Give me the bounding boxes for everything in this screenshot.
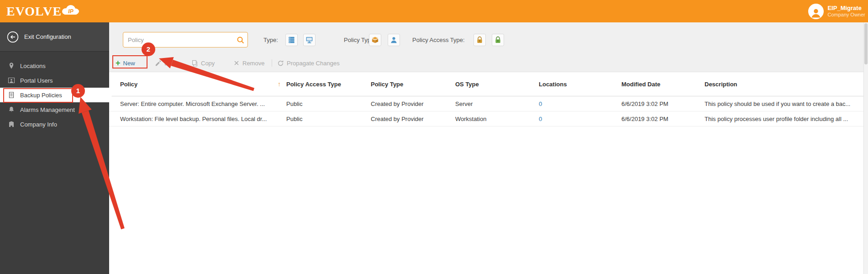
user-policy-filter-button[interactable] — [388, 34, 400, 46]
x-icon — [233, 60, 240, 66]
user-text: EIP_Migrate Company Owner — [827, 5, 865, 18]
sidebar-item-alarms-management[interactable]: Alarms Management — [0, 102, 109, 117]
column-header-policy-access-type[interactable]: Policy Access Type — [286, 81, 371, 88]
user-icon — [810, 6, 822, 19]
public-lock-icon — [494, 36, 502, 44]
remove-button[interactable]: Remove — [233, 58, 264, 68]
edit-button[interactable]: Edit — [155, 58, 174, 68]
selected-item-notch — [109, 91, 113, 99]
server-type-filter-button[interactable] — [285, 34, 298, 46]
sidebar-item-locations[interactable]: Locations — [0, 58, 109, 73]
exit-configuration-button[interactable]: Exit Configuration — [0, 22, 109, 52]
copy-button[interactable]: Copy — [191, 58, 215, 68]
logo-cloud-icon: IP — [60, 4, 81, 16]
edit-button-label: Edit — [164, 60, 174, 67]
refresh-icon — [277, 60, 284, 67]
os-type-cell: Server — [455, 100, 539, 107]
new-button-label: New — [123, 60, 135, 67]
policies-table: Policy ↑ Policy Access Type Policy Type … — [109, 72, 868, 126]
policy-access-type-cell: Public — [286, 100, 371, 107]
location-pin-icon — [8, 62, 15, 69]
column-header-policy-type[interactable]: Policy Type — [371, 81, 455, 88]
copy-icon — [191, 60, 198, 67]
toolbar-separator — [272, 59, 272, 67]
vertical-scrollbar[interactable] — [863, 22, 868, 274]
search-icon[interactable] — [233, 32, 247, 47]
app-root: EVOLVE IP EIP_Migrate Company — [0, 0, 868, 274]
backup-policies-icon — [8, 91, 15, 99]
private-access-filter-button[interactable] — [473, 34, 486, 46]
svg-text:IP: IP — [68, 8, 74, 15]
top-bar: EVOLVE IP EIP_Migrate Company — [0, 0, 868, 22]
plus-icon: + — [116, 59, 121, 67]
policy-search — [123, 32, 248, 47]
policy-access-type-filter-label: Policy Access Type: — [412, 37, 465, 43]
provider-policy-filter-button[interactable] — [369, 34, 381, 46]
workstation-icon — [305, 36, 314, 44]
user-name: EIP_Migrate — [827, 5, 865, 12]
column-header-os-type[interactable]: OS Type — [455, 81, 539, 88]
new-button[interactable]: + New — [116, 58, 135, 68]
copy-button-label: Copy — [201, 60, 215, 67]
search-input[interactable] — [123, 37, 233, 43]
column-header-policy-label: Policy — [120, 81, 137, 88]
policy-access-type-cell: Public — [286, 116, 371, 122]
description-cell: This policy processes user profile folde… — [705, 116, 861, 122]
alarms-bell-icon — [8, 106, 15, 113]
sidebar-item-label: Backup Policies — [20, 92, 62, 99]
column-header-description[interactable]: Description — [705, 81, 861, 88]
sidebar-menu: Locations Portal Users — [0, 58, 109, 132]
propagate-changes-button[interactable]: Propagate Changes — [277, 58, 340, 68]
table-header-row: Policy ↑ Policy Access Type Policy Type … — [109, 72, 868, 96]
table-row[interactable]: Workstation: File level backup. Personal… — [109, 111, 868, 126]
scrollbar-thumb[interactable] — [864, 23, 868, 64]
provider-box-icon — [371, 36, 379, 44]
sidebar-item-label: Company Info — [20, 121, 57, 128]
main-content: Type: Policy Type: — [109, 22, 868, 274]
company-building-icon — [8, 121, 15, 128]
modified-date-cell: 6/6/2019 3:02 PM — [621, 116, 705, 122]
back-arrow-icon — [7, 31, 19, 43]
sidebar-item-label: Portal Users — [20, 77, 53, 84]
policy-type-cell: Created by Provider — [371, 116, 455, 122]
locations-count-link[interactable]: 0 — [539, 100, 542, 107]
column-header-modified-date[interactable]: Modified Date — [621, 81, 705, 88]
logo-brand-text: EVOLVE — [6, 4, 62, 19]
user-role: Company Owner — [827, 12, 865, 18]
server-icon — [287, 36, 296, 44]
sidebar-item-backup-policies[interactable]: Backup Policies — [0, 88, 109, 102]
sidebar-item-label: Locations — [20, 63, 46, 69]
column-header-locations[interactable]: Locations — [539, 81, 621, 88]
sort-ascending-icon: ↑ — [278, 80, 281, 88]
table-row[interactable]: Server: Entire computer. Microsoft Excha… — [109, 96, 868, 111]
os-type-cell: Workstation — [455, 116, 539, 122]
remove-button-label: Remove — [242, 60, 264, 67]
sidebar-item-label: Alarms Management — [20, 106, 75, 113]
policy-type-cell: Created by Provider — [371, 100, 455, 107]
policy-cell: Server: Entire computer. Microsoft Excha… — [120, 100, 286, 107]
exit-configuration-label: Exit Configuration — [24, 33, 71, 40]
workstation-type-filter-button[interactable] — [303, 34, 316, 46]
public-access-filter-button[interactable] — [492, 34, 504, 46]
description-cell: This policy should be used if you want t… — [705, 100, 861, 107]
portal-users-icon — [8, 77, 15, 84]
avatar — [808, 4, 824, 19]
sidebar-item-company-info[interactable]: Company Info — [0, 117, 109, 132]
user-person-icon — [389, 36, 398, 44]
policy-cell: Workstation: File level backup. Personal… — [120, 116, 286, 122]
sidebar: Exit Configuration Locations — [0, 22, 109, 274]
column-header-policy[interactable]: Policy ↑ — [120, 80, 286, 88]
evolve-ip-logo: EVOLVE IP — [6, 0, 81, 22]
propagate-button-label: Propagate Changes — [287, 60, 340, 67]
locations-count-link[interactable]: 0 — [539, 116, 542, 122]
modified-date-cell: 6/6/2019 3:02 PM — [621, 100, 705, 107]
sidebar-item-portal-users[interactable]: Portal Users — [0, 73, 109, 88]
type-filter-label: Type: — [263, 37, 278, 43]
user-menu[interactable]: EIP_Migrate Company Owner — [808, 0, 867, 22]
pencil-icon — [155, 60, 162, 67]
private-lock-icon — [475, 36, 484, 44]
